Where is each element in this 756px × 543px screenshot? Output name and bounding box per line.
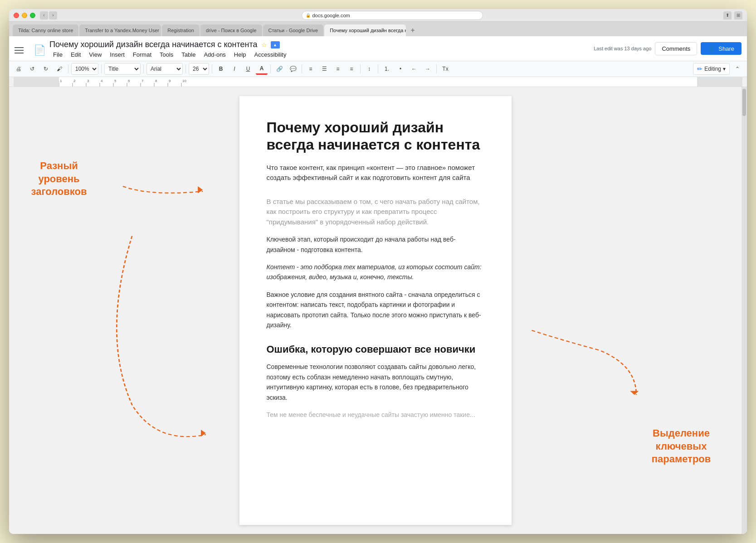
collapse-toolbar-button[interactable]: ⌃ bbox=[732, 63, 743, 75]
underline-button[interactable]: U bbox=[242, 63, 254, 75]
tab-registration[interactable]: Registration bbox=[162, 24, 200, 36]
hamburger-menu-button[interactable] bbox=[15, 43, 29, 58]
doc-page-container[interactable]: Почему хороший дизайн всегда начинается … bbox=[9, 87, 741, 534]
separator bbox=[212, 64, 212, 73]
tab-drive-search[interactable]: drive - Поиск в Google bbox=[200, 24, 262, 36]
comments-button[interactable]: Comments bbox=[655, 42, 697, 55]
bold-button[interactable]: B bbox=[215, 63, 227, 75]
document-para5: Тем не менее беспечные и неудачные сайты… bbox=[267, 410, 484, 420]
docs-titlebar: 📄 Почему хороший дизайн всегда начинаетс… bbox=[9, 36, 747, 61]
document-para4[interactable]: Современные технологии позволяют создава… bbox=[267, 362, 484, 402]
menu-view[interactable]: View bbox=[85, 50, 105, 59]
menu-insert[interactable]: Insert bbox=[106, 50, 128, 59]
svg-text:8: 8 bbox=[155, 79, 157, 83]
increase-indent-button[interactable]: → bbox=[422, 63, 434, 75]
address-bar[interactable]: 🔒 docs.google.com bbox=[302, 11, 483, 20]
comment-button[interactable]: 💬 bbox=[287, 63, 299, 75]
undo-button[interactable]: ↺ bbox=[26, 63, 38, 75]
text-color-button[interactable]: A bbox=[256, 63, 268, 75]
close-button[interactable] bbox=[14, 13, 19, 18]
svg-text:3: 3 bbox=[87, 79, 89, 83]
ruler-left-margin bbox=[14, 77, 59, 87]
ruler-content-area: 1 2 3 4 5 6 7 bbox=[59, 77, 697, 87]
pencil-icon: ✏ bbox=[697, 65, 702, 73]
line-spacing-button[interactable]: ↕ bbox=[363, 63, 375, 75]
tab-yandex[interactable]: Transfer to a Yandex.Money User bbox=[79, 24, 161, 36]
tab-tilda[interactable]: Tilda: Canny online store bbox=[13, 24, 78, 36]
separator bbox=[360, 64, 361, 73]
new-tab-button[interactable]: ⊞ bbox=[734, 11, 742, 19]
font-select[interactable]: Arial bbox=[146, 63, 183, 75]
document-heading2[interactable]: В статье мы рассказываем о том, с чего н… bbox=[267, 197, 484, 228]
scrollbar-thumb[interactable] bbox=[742, 89, 746, 116]
menu-addons[interactable]: Add-ons bbox=[200, 50, 229, 59]
print-button[interactable]: 🖨 bbox=[13, 63, 24, 75]
document-subtitle[interactable]: Что такое контент, как принцип «контент … bbox=[267, 163, 484, 183]
docs-app-icon: 📄 bbox=[34, 44, 46, 56]
italic-button[interactable]: I bbox=[229, 63, 240, 75]
browser-tabs: Tilda: Canny online store Transfer to a … bbox=[9, 22, 747, 36]
menu-edit[interactable]: Edit bbox=[67, 50, 84, 59]
person-icon: 👤 bbox=[708, 45, 716, 52]
align-left-button[interactable]: ≡ bbox=[305, 63, 317, 75]
forward-button[interactable]: › bbox=[49, 11, 57, 19]
svg-text:5: 5 bbox=[114, 79, 117, 83]
document-para3[interactable]: Важное условие для создания внятного сай… bbox=[267, 290, 484, 330]
hamburger-line bbox=[15, 53, 24, 53]
ruler-right-margin bbox=[697, 77, 742, 87]
docs-logo-area: Почему хороший дизайн всегда начинается … bbox=[49, 40, 594, 61]
back-button[interactable]: ‹ bbox=[40, 11, 48, 19]
decrease-indent-button[interactable]: ← bbox=[408, 63, 420, 75]
style-select[interactable]: Title bbox=[104, 63, 141, 75]
align-right-button[interactable]: ≡ bbox=[332, 63, 344, 75]
zoom-select[interactable]: 100% bbox=[71, 63, 98, 75]
address-bar-container: 🔒 docs.google.com bbox=[61, 11, 723, 20]
ordered-list-button[interactable]: 1. bbox=[381, 63, 393, 75]
separator bbox=[143, 64, 144, 73]
document-title[interactable]: Почему хороший дизайн всегда начинается … bbox=[49, 40, 258, 49]
scrollbar[interactable] bbox=[741, 87, 747, 534]
separator bbox=[436, 64, 437, 73]
share-button[interactable]: 👤 Share bbox=[701, 42, 741, 55]
separator bbox=[270, 64, 271, 73]
link-button[interactable]: 🔗 bbox=[273, 63, 285, 75]
document-heading3[interactable]: Ошибка, которую совершают все новички bbox=[267, 344, 484, 355]
menu-table[interactable]: Table bbox=[178, 50, 199, 59]
title-bar: ‹ › 🔒 docs.google.com ⬆ ⊞ bbox=[9, 9, 747, 22]
redo-button[interactable]: ↻ bbox=[40, 63, 52, 75]
menu-accessibility[interactable]: Accessibility bbox=[251, 50, 290, 59]
document-para2-italic[interactable]: Контент - это подборка тех материалов, и… bbox=[267, 262, 484, 282]
minimize-button[interactable] bbox=[22, 13, 27, 18]
document-main-title[interactable]: Почему хороший дизайн всегда начинается … bbox=[267, 119, 484, 154]
menu-format[interactable]: Format bbox=[129, 50, 155, 59]
hamburger-line bbox=[15, 50, 24, 51]
share-window-button[interactable]: ⬆ bbox=[723, 11, 732, 19]
ruler: 1 2 3 4 5 6 7 bbox=[9, 77, 747, 87]
svg-text:7: 7 bbox=[141, 79, 144, 83]
clear-format-button[interactable]: Tx bbox=[439, 63, 451, 75]
menu-tools[interactable]: Tools bbox=[156, 50, 177, 59]
lock-icon: 🔒 bbox=[306, 13, 311, 18]
svg-text:9: 9 bbox=[169, 79, 171, 83]
new-tab-plus-button[interactable]: + bbox=[407, 24, 419, 36]
browser-nav: ‹ › bbox=[40, 11, 57, 19]
justify-button[interactable]: ≡ bbox=[346, 63, 357, 75]
separator bbox=[378, 64, 378, 73]
svg-text:6: 6 bbox=[128, 79, 130, 83]
editing-mode-dropdown[interactable]: ✏ Editing ▾ bbox=[693, 63, 730, 75]
fullscreen-button[interactable] bbox=[30, 13, 35, 18]
unordered-list-button[interactable]: • bbox=[395, 63, 406, 75]
menu-help[interactable]: Help bbox=[230, 50, 250, 59]
star-icon[interactable]: ☆ bbox=[261, 41, 267, 48]
gdocs-wrapper: 📄 Почему хороший дизайн всегда начинаетс… bbox=[9, 36, 747, 534]
menu-file[interactable]: File bbox=[49, 50, 66, 59]
tab-statyi[interactable]: Статьи - Google Drive bbox=[263, 24, 324, 36]
paint-format-button[interactable]: 🖌 bbox=[54, 63, 65, 75]
tab-active[interactable]: Почему хороший дизайн всегда начи... bbox=[324, 24, 406, 36]
docs-right-actions: Last edit was 13 days ago Comments 👤 Sha… bbox=[594, 42, 741, 59]
docs-menu-bar: File Edit View Insert Format Tools Table… bbox=[49, 50, 594, 61]
docs-toolbar: 🖨 ↺ ↻ 🖌 100% Title Arial 26 B I U bbox=[9, 61, 747, 77]
align-center-button[interactable]: ☰ bbox=[318, 63, 330, 75]
document-para1[interactable]: Ключевой этап, который происходит до нач… bbox=[267, 234, 484, 255]
size-select[interactable]: 26 bbox=[189, 63, 209, 75]
